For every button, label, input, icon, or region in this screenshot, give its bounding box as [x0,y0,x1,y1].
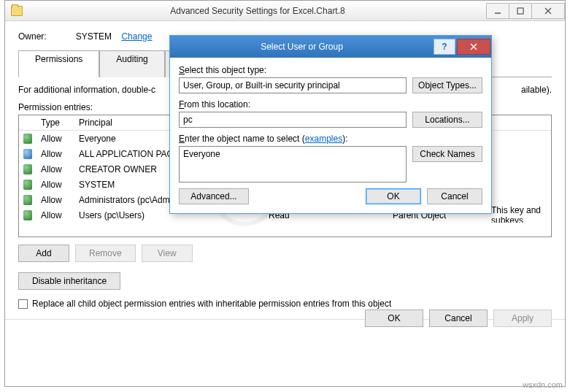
check-names-button[interactable]: Check Names [412,146,482,162]
tab-auditing[interactable]: Auditing [99,50,164,77]
entry-type: Allow [36,193,74,207]
close-button[interactable] [531,3,565,19]
entry-type: Allow [36,131,74,146]
entry-applies [487,167,551,172]
object-type-label: Select this object type: [179,65,482,75]
object-types-button[interactable]: Object Types... [412,77,482,93]
location-field [179,112,407,128]
object-name-input[interactable] [179,146,407,182]
principal-icon [23,134,32,144]
principal-icon [23,210,32,220]
dialog-close-button[interactable] [457,39,490,55]
tab-permissions[interactable]: Permissions [18,50,99,77]
principal-icon [23,164,32,174]
main-apply-button: Apply [493,310,552,327]
minimize-button[interactable] [486,3,509,19]
entry-type: Allow [36,162,74,177]
dialog-cancel-button[interactable]: Cancel [427,188,482,204]
dialog-title: Select User or Group [170,42,434,52]
svg-rect-1 [517,8,523,14]
owner-label: Owner: [18,31,47,42]
principal-icon [23,149,32,159]
dialog-help-button[interactable]: ? [434,39,455,55]
select-user-dialog: Select User or Group ? Select this objec… [169,35,492,214]
examples-link[interactable]: examples [305,134,342,144]
locations-button[interactable]: Locations... [412,112,482,128]
window-controls [487,3,565,19]
info-right: ailable). [521,85,552,95]
folder-icon [11,6,23,16]
main-titlebar: Advanced Security Settings for Excel.Cha… [5,1,565,21]
source-watermark: wsxdn.com [523,380,563,389]
column-type[interactable]: Type [36,115,74,130]
entry-type: Allow [36,208,74,223]
object-name-label: Enter the object name to select (example… [179,134,482,144]
replace-child-checkbox[interactable] [18,299,28,309]
column-applies[interactable] [487,115,551,130]
entry-applies: This key and subkeys [487,203,551,223]
object-type-field [179,77,407,93]
main-cancel-button[interactable]: Cancel [429,310,488,327]
location-label: From this location: [179,99,482,109]
principal-icon [23,180,32,190]
window-title: Advanced Security Settings for Excel.Cha… [28,6,487,16]
remove-button: Remove [75,245,136,262]
main-ok-button[interactable]: OK [365,310,423,327]
entry-applies [487,137,551,141]
add-button[interactable]: Add [18,245,69,262]
entry-applies [487,152,551,156]
view-button: View [142,245,193,262]
dialog-titlebar: Select User or Group ? [170,36,491,58]
principal-icon [23,195,32,205]
disable-inheritance-button[interactable]: Disable inheritance [18,272,120,290]
entry-type: Allow [36,147,74,161]
dialog-ok-button[interactable]: OK [366,188,421,204]
entry-applies [487,182,551,187]
change-owner-link[interactable]: Change [121,31,152,42]
maximize-button[interactable] [509,3,532,19]
owner-value: SYSTEM [76,31,112,42]
replace-child-label: Replace all child object permission entr… [32,299,391,309]
entry-applies [487,198,551,202]
advanced-button[interactable]: Advanced... [179,188,249,204]
entry-type: Allow [36,177,74,192]
info-left: For additional information, double-c [18,85,155,95]
